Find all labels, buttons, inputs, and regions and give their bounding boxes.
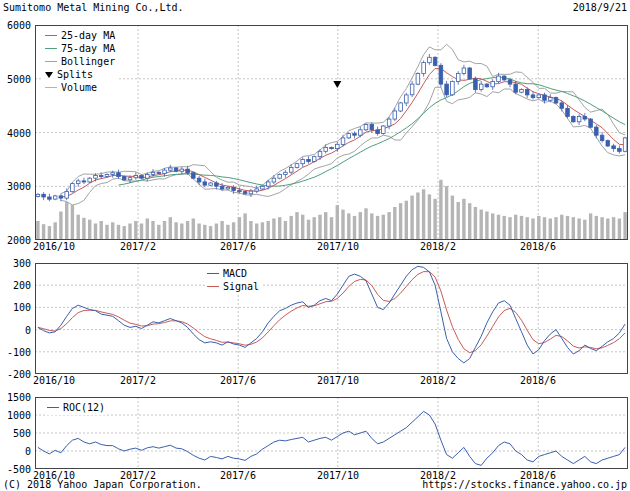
x-axis-label: 2017/2 [110, 376, 166, 386]
x-axis-label: 2017/10 [310, 242, 366, 252]
split-marker-icon [45, 72, 53, 78]
y-axis-label: -200 [0, 369, 31, 380]
x-axis-label: 2018/2 [410, 242, 466, 252]
roc-legend: ROC(12) [45, 400, 107, 415]
y-axis-label: 5000 [0, 74, 31, 85]
x-axis-label: 2016/10 [33, 376, 89, 386]
y-axis-label: 2000 [0, 235, 31, 246]
legend-label: Signal [223, 281, 259, 292]
y-axis-label: 4000 [0, 128, 31, 139]
y-axis-label: 200 [0, 280, 31, 291]
y-axis-label: 100 [0, 302, 31, 313]
macd-legend: MACD Signal [205, 266, 261, 294]
legend-item-splits: Splits [45, 68, 115, 81]
y-axis-label: -100 [0, 347, 31, 358]
stock-chart-page: Sumitomo Metal Mining Co.,Ltd. 2018/9/21… [0, 0, 630, 491]
ma25-line-icon [45, 35, 57, 36]
y-axis-label: 300 [0, 258, 31, 269]
legend-label: 25-day MA [61, 30, 115, 41]
x-axis-label: 2017/10 [310, 376, 366, 386]
legend-item-macd: MACD [207, 267, 259, 280]
x-axis-label: 2018/6 [510, 376, 566, 386]
y-axis-label: 6000 [0, 20, 31, 31]
y-axis-label: 0 [0, 325, 31, 336]
y-axis-label: -500 [0, 464, 31, 475]
legend-label: 75-day MA [61, 43, 115, 54]
price-legend: 25-day MA 75-day MA Bollinger Splits Vol… [43, 28, 117, 95]
x-axis-label: 2017/6 [210, 242, 266, 252]
ma75-line-icon [45, 48, 57, 49]
macd-chart [35, 263, 628, 374]
signal-line-icon [207, 286, 219, 287]
y-axis-label: 500 [0, 428, 31, 439]
legend-item-roc: ROC(12) [47, 401, 105, 414]
legend-label: Volume [61, 82, 97, 93]
legend-label: Bollinger [61, 56, 115, 67]
x-axis-label: 2018/2 [410, 376, 466, 386]
legend-label: MACD [223, 268, 247, 279]
legend-item-ma75: 75-day MA [45, 42, 115, 55]
x-axis-label: 2018/6 [510, 471, 566, 481]
date-label: 2018/9/21 [573, 3, 627, 13]
legend-label: Splits [57, 69, 93, 80]
x-axis-label: 2017/10 [310, 471, 366, 481]
legend-label: ROC(12) [63, 402, 105, 413]
legend-item-signal: Signal [207, 280, 259, 293]
roc-chart [35, 397, 628, 469]
volume-bar-icon [45, 87, 57, 88]
y-axis-label: 0 [0, 446, 31, 457]
y-axis-label: 1500 [0, 392, 31, 403]
legend-item-ma25: 25-day MA [45, 29, 115, 42]
x-axis-label: 2018/2 [410, 471, 466, 481]
y-axis-label: 1000 [0, 410, 31, 421]
price-chart [35, 25, 628, 240]
legend-item-volume: Volume [45, 81, 115, 94]
legend-item-bollinger: Bollinger [45, 55, 115, 68]
x-axis-label: 2017/2 [110, 242, 166, 252]
bollinger-line-icon [45, 61, 57, 62]
footer-url: https://stocks.finance.yahoo.co.jp [422, 480, 627, 490]
x-axis-label: 2018/6 [510, 242, 566, 252]
x-axis-label: 2017/6 [210, 376, 266, 386]
y-axis-label: 3000 [0, 181, 31, 192]
x-axis-label: 2016/10 [33, 471, 89, 481]
macd-line-icon [207, 273, 219, 274]
x-axis-label: 2017/6 [210, 471, 266, 481]
roc-line-icon [47, 407, 59, 408]
x-axis-label: 2017/2 [110, 471, 166, 481]
x-axis-label: 2016/10 [33, 242, 89, 252]
copyright-text: (C) 2018 Yahoo Japan Corporation. [3, 480, 202, 490]
page-title: Sumitomo Metal Mining Co.,Ltd. [3, 3, 184, 13]
